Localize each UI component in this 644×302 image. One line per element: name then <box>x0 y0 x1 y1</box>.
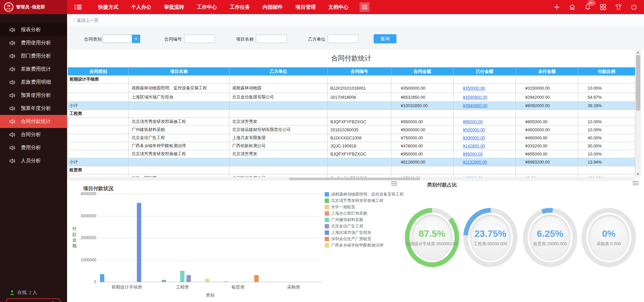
back-link[interactable]: 〈返回上一页 <box>71 17 99 24</box>
legend-item[interactable]: 成都森林动物园照明、监控设备安装工程 <box>325 191 404 197</box>
table-cell <box>68 118 129 126</box>
scroll-down-arrow-icon[interactable] <box>637 173 639 175</box>
sidebar-item-4[interactable]: 差旅费用统计 <box>0 62 67 76</box>
paid-amount-link[interactable]: ¥500000.00 <box>463 128 485 132</box>
legend-item[interactable]: 上海区域市场广告投放 <box>325 230 371 235</box>
horizontal-scroll-thumb[interactable] <box>289 178 420 180</box>
table-cell: ¥350000.00 <box>453 84 516 93</box>
paid-amount-link[interactable]: ¥3590850.00 <box>463 95 487 100</box>
x-axis-tick: 租赁类 <box>214 284 261 290</box>
paid-amount-link[interactable]: ¥350000.00 <box>463 86 485 91</box>
table-row: 小计¥10032850.00¥3940850.00¥6092000.0039.2… <box>68 102 635 110</box>
table-cell: BJQFXFYFBZXGC <box>328 150 391 158</box>
theme-shirt-icon[interactable] <box>614 3 623 11</box>
table-horizontal-scrollbar[interactable] <box>68 177 635 181</box>
table-cell: 北京清芳秀发 <box>229 118 328 126</box>
table-cell: ¥3940850.00 <box>453 102 516 110</box>
donut-label: 前期设计手续类:350000.000 <box>406 241 459 247</box>
legend-item[interactable]: 北京清芳秀发研发部装修工程 <box>325 198 383 204</box>
legend-swatch <box>325 211 329 216</box>
donut-chart-menu-icon[interactable] <box>633 181 639 186</box>
legend-item[interactable]: 广西各乡镇学校甲醛检测治理 <box>325 243 383 248</box>
paid-amount-link[interactable]: ¥1132800.00 <box>463 160 487 165</box>
sidebar-item-1[interactable]: 报表分析 <box>0 23 67 36</box>
vertical-scroll-thumb[interactable] <box>636 55 640 111</box>
table-cell: 10.00% <box>578 126 635 134</box>
paid-amount-link[interactable]: ¥142800.00 <box>463 144 485 148</box>
speaker-icon <box>9 145 15 150</box>
sidebar-item-7[interactable]: 预算年度分析 <box>0 102 67 115</box>
donut-label: 工程类:95000.000 <box>474 241 507 247</box>
party-b-input[interactable] <box>328 35 359 43</box>
nav-item-2[interactable]: 个人办公 <box>125 0 158 14</box>
donut-gauge: 87.5%前期设计手续类:350000.000 <box>405 208 459 267</box>
apps-grid-icon[interactable] <box>599 3 607 11</box>
plus-icon[interactable] <box>553 3 561 11</box>
table-cell: ¥5000000.00 <box>391 126 453 134</box>
nav-item-4[interactable]: 工作中心 <box>191 0 223 14</box>
table-row: 成都森林动物园照明、监控设备安装工程成都森林动物园BJJX20101016001… <box>68 84 635 93</box>
table-cell: ¥0.00 <box>516 174 578 177</box>
legend-item[interactable]: 北京金信广告工程 <box>325 223 363 229</box>
category-select[interactable]: ▼ <box>103 35 140 43</box>
bar-chart-menu-icon[interactable] <box>391 181 397 186</box>
table-cell: 北京清芳秀发研发部装修工程 <box>129 118 229 126</box>
paid-amount-link[interactable]: ¥95000.00 <box>463 120 483 124</box>
query-button[interactable]: 查询 <box>374 34 396 43</box>
bar-光学一期租赁 <box>223 281 228 282</box>
paid-amount-link[interactable]: ¥95000.00 <box>463 152 483 157</box>
table-cell: 前期设计手续类 <box>68 76 129 84</box>
paid-amount-link[interactable]: ¥300000.00 <box>463 136 485 140</box>
legend-label: 广州建筑材料采购 <box>331 217 363 223</box>
sidebar-search-input[interactable] <box>7 301 51 302</box>
power-logout-icon[interactable] <box>630 3 638 11</box>
table-row: 光学一期租赁北京微光电器公司SL-SL-2145526005¥25000.00¥… <box>68 174 635 177</box>
legend-item[interactable]: 深圳金信生产厂房租赁 <box>325 236 371 242</box>
donut-gauge: 0%采购类:0.000 <box>582 208 636 267</box>
nav-item-6[interactable]: 内部邮件 <box>256 0 289 14</box>
sidebar-item-5[interactable]: 差旅费用明细 <box>0 76 67 89</box>
table-cell: BJQFXFYFBZXGC <box>328 118 391 126</box>
contract-payment-table: 合同类别项目名称乙方单位合同编号合同金额已付金额未付金额付款比例前期设计手续类成… <box>68 67 635 177</box>
table-cell: BJJX20101016001 <box>328 84 391 93</box>
sidebar-item-3[interactable]: 部门费用分析 <box>0 49 67 62</box>
project-name-input[interactable] <box>256 35 287 43</box>
paid-amount-link[interactable]: ¥3940850.00 <box>463 103 487 108</box>
table-cell <box>391 76 453 84</box>
sidebar-item-8[interactable]: 合同付款统计 <box>0 115 67 128</box>
nav-item-7[interactable]: 项目管理 <box>289 0 322 14</box>
table-cell: 小计 <box>68 158 129 166</box>
party-b-filter-label: 乙方单位 <box>308 36 325 42</box>
contract-no-input[interactable] <box>184 35 215 43</box>
table-cell: 北京微光电器公司 <box>229 174 328 177</box>
scroll-up-arrow-icon[interactable] <box>637 51 639 53</box>
sidebar-item-label: 费用分析 <box>21 144 41 151</box>
legend-swatch <box>325 237 329 241</box>
sidebar-item-6[interactable]: 预算使用分析 <box>0 89 67 102</box>
legend-item[interactable]: 广州建筑材料采购 <box>325 217 363 223</box>
nav-item-3[interactable]: 审批流转 <box>158 0 191 14</box>
search-icon[interactable] <box>51 301 56 302</box>
y-axis-tick: 0 <box>77 279 96 284</box>
table-cell: ¥6993200.00 <box>516 158 578 166</box>
legend-item[interactable]: 上海办公室灯饰采购 <box>325 211 367 216</box>
nav-item-8[interactable]: 文档中心 <box>322 0 355 14</box>
legend-item[interactable]: 光学一期租赁 <box>325 204 355 210</box>
notifications-bell-icon[interactable]: 99+ <box>584 3 592 11</box>
sidebar-item-11[interactable]: 人员分析 <box>0 154 67 167</box>
nav-item-5[interactable]: 工作任务 <box>223 0 256 14</box>
sidebar-item-9[interactable]: 合同分析 <box>0 128 67 141</box>
table-row: 广州建筑材料采购北京德远建材经销有限责任公司201810260035¥50000… <box>68 126 635 134</box>
sidebar-item-10[interactable]: 费用分析 <box>0 141 67 154</box>
x-axis-title: 类别 <box>206 292 215 298</box>
table-vertical-scrollbar[interactable] <box>635 50 641 177</box>
home-icon[interactable] <box>568 3 576 11</box>
sidebar-item-2[interactable]: 费用使用分析 <box>0 36 67 49</box>
nav-item-1[interactable]: 快捷方式 <box>92 0 125 14</box>
nav-list-icon[interactable] <box>74 4 82 10</box>
speaker-icon <box>9 40 15 46</box>
legend-swatch <box>325 230 329 235</box>
more-menus-button[interactable] <box>360 2 370 12</box>
table-cell <box>578 166 635 174</box>
sidebar-search-box <box>6 298 60 302</box>
